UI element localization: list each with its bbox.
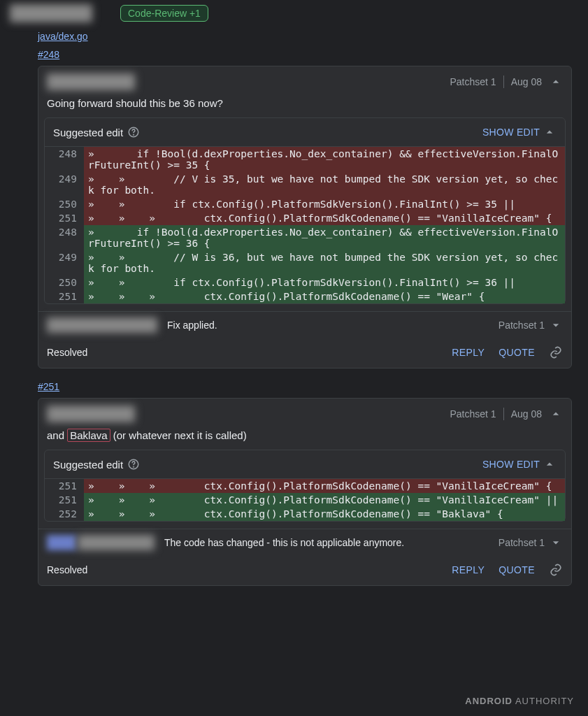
show-edit-button[interactable]: SHOW EDIT xyxy=(482,459,543,470)
chevron-down-icon[interactable] xyxy=(549,318,563,332)
diff-line: » » » ctx.Config().PlatformSdkCodename()… xyxy=(84,493,565,507)
patchset-label: Patchset 1 xyxy=(499,537,545,548)
divider xyxy=(503,408,504,420)
diff-line: » » // V is 35, but we have not bumped t… xyxy=(84,172,565,197)
svg-point-3 xyxy=(133,466,134,468)
diff-line: » » if ctx.Config().PlatformSdkVersion()… xyxy=(84,275,565,289)
svg-point-1 xyxy=(133,134,134,136)
diff-table: 251» » » ctx.Config().PlatformSdkCodenam… xyxy=(45,479,565,521)
reply-button[interactable]: REPLY xyxy=(452,347,485,358)
line-number: 251 xyxy=(45,493,84,507)
link-icon[interactable] xyxy=(549,345,563,359)
reply-button[interactable]: REPLY xyxy=(452,564,485,575)
quote-button[interactable]: QUOTE xyxy=(499,564,535,575)
comment-date: Aug 08 xyxy=(511,76,542,87)
avatar xyxy=(47,317,157,333)
line-number: 248 xyxy=(45,225,84,250)
line-number: 252 xyxy=(45,507,84,521)
suggested-edit: Suggested edit SHOW EDIT 251» » » ctx.Co… xyxy=(44,450,566,522)
code-review-chip: Code-Review +1 xyxy=(120,5,208,22)
comment-body: Going forward should this be 36 now? xyxy=(38,90,571,117)
avatar xyxy=(47,406,135,422)
line-number: 251 xyxy=(45,211,84,225)
diff-line: » » » ctx.Config().PlatformSdkCodename()… xyxy=(84,211,565,225)
suggested-edit: Suggested edit SHOW EDIT 248» if !Bool(d… xyxy=(44,117,566,304)
avatar xyxy=(78,535,155,550)
diff-line: » if !Bool(d.dexProperties.No_dex_contai… xyxy=(84,147,565,172)
avatar xyxy=(47,73,135,90)
patchset-label: Patchset 1 xyxy=(450,76,496,87)
chevron-up-icon[interactable] xyxy=(543,125,557,139)
comment-thread: Patchset 1 Aug 08 Going forward should t… xyxy=(38,66,572,368)
line-number: 248 xyxy=(45,147,84,172)
line-number: 249 xyxy=(45,172,84,197)
diff-line: » » » ctx.Config().PlatformSdkCodename()… xyxy=(84,479,565,493)
diff-line: » » if ctx.Config().PlatformSdkVersion()… xyxy=(84,197,565,211)
diff-line: » » » ctx.Config().PlatformSdkCodename()… xyxy=(84,507,565,521)
file-path-link[interactable]: java/dex.go xyxy=(38,31,88,42)
link-icon[interactable] xyxy=(549,563,563,577)
chevron-down-icon[interactable] xyxy=(549,536,563,550)
diff-line: » » » ctx.Config().PlatformSdkCodename()… xyxy=(84,289,565,303)
help-icon[interactable] xyxy=(127,126,140,138)
diff-table: 248» if !Bool(d.dexProperties.No_dex_con… xyxy=(45,147,565,303)
patchset-label: Patchset 1 xyxy=(450,408,496,420)
avatar xyxy=(10,4,92,22)
comment-date: Aug 08 xyxy=(511,408,542,420)
highlighted-word: Baklava xyxy=(67,429,110,442)
line-number: 250 xyxy=(45,275,84,289)
diff-line: » » // W is 36, but we have not bumped t… xyxy=(84,250,565,275)
patchset-label: Patchset 1 xyxy=(499,320,545,331)
status-label: Resolved xyxy=(47,564,87,575)
line-number: 250 xyxy=(45,197,84,211)
avatar xyxy=(47,535,76,550)
help-icon[interactable] xyxy=(127,458,140,471)
chevron-up-icon[interactable] xyxy=(543,457,557,471)
chevron-up-icon[interactable] xyxy=(549,75,563,89)
line-anchor-251[interactable]: #251 xyxy=(38,381,59,392)
comment-body: and Baklava (or whatever next it is call… xyxy=(38,422,571,450)
line-number: 251 xyxy=(45,479,84,493)
status-label: Resolved xyxy=(47,347,87,358)
reply-text: The code has changed - this is not appli… xyxy=(164,537,404,548)
diff-line: » if !Bool(d.dexProperties.No_dex_contai… xyxy=(84,225,565,250)
chevron-up-icon[interactable] xyxy=(549,407,563,421)
line-number: 249 xyxy=(45,250,84,275)
comment-thread: Patchset 1 Aug 08 and Baklava (or whatev… xyxy=(38,398,572,586)
suggested-edit-title: Suggested edit xyxy=(53,459,123,471)
suggested-edit-title: Suggested edit xyxy=(53,127,123,138)
reply-text: Fix applied. xyxy=(167,320,217,331)
quote-button[interactable]: QUOTE xyxy=(499,347,535,358)
divider xyxy=(503,76,504,88)
show-edit-button[interactable]: SHOW EDIT xyxy=(482,127,543,138)
line-number: 251 xyxy=(45,289,84,303)
line-anchor-248[interactable]: #248 xyxy=(38,49,59,60)
